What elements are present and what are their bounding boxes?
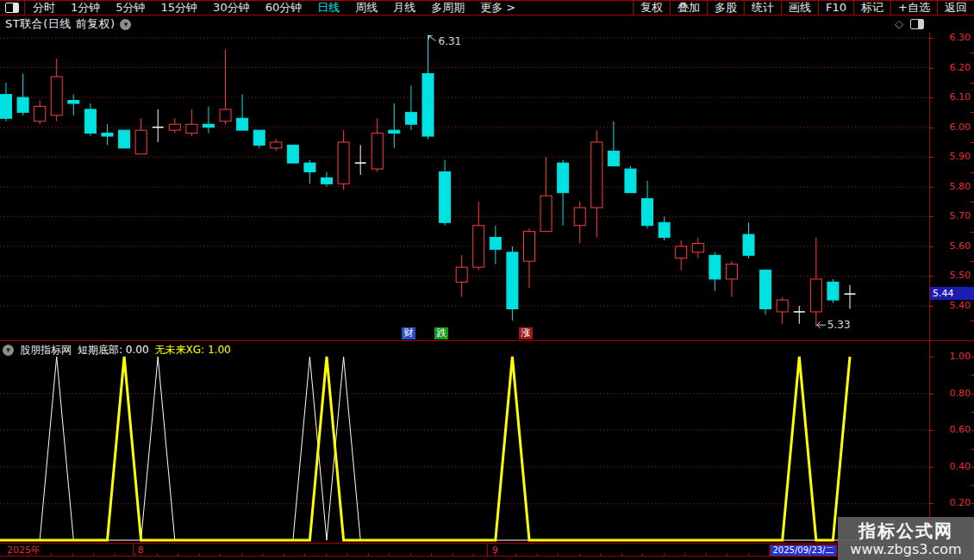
candle: [389, 103, 400, 148]
candle: [558, 160, 569, 226]
candle: [135, 118, 147, 153]
indicator-source-label: 股朋指标网: [20, 343, 72, 358]
axis-tick: [929, 503, 933, 504]
tool-menu-item[interactable]: 复权: [633, 1, 670, 15]
month-separator: [133, 544, 134, 556]
axis-tick: [971, 112, 974, 113]
period-menu-item[interactable]: 60分钟: [258, 1, 310, 15]
time-tick: [621, 553, 622, 556]
time-tick: [727, 553, 727, 556]
candle: [304, 160, 315, 184]
candle: [540, 157, 552, 231]
time-tick: [93, 553, 94, 556]
period-menu-item[interactable]: 30分钟: [205, 1, 258, 15]
tool-menu-item[interactable]: +自选: [890, 1, 937, 15]
time-tick: [431, 553, 432, 556]
price-gridlines: [0, 38, 929, 306]
candle: [405, 85, 416, 130]
candlestick-chart[interactable]: 6.315.33: [0, 33, 929, 340]
period-menu-item[interactable]: 5分钟: [108, 1, 153, 15]
period-menu-item[interactable]: 1分钟: [63, 1, 108, 15]
candle: [253, 130, 265, 148]
chart-title: ST联合(日线 前复权): [5, 16, 115, 32]
axis-tick: [929, 394, 933, 395]
candle: [422, 35, 434, 140]
watermark-title: 指标公式网: [858, 520, 953, 541]
axis-tick: [929, 216, 933, 217]
period-menu-item[interactable]: 日线: [309, 1, 347, 15]
tool-menu-item[interactable]: 多股: [707, 1, 744, 15]
time-tick: [558, 553, 559, 556]
tool-menu-item[interactable]: 画线: [781, 1, 818, 15]
candle: [709, 252, 721, 291]
time-tick: [664, 553, 665, 556]
tool-menu-item[interactable]: F10: [818, 1, 853, 15]
indicator-axis-label: 1.00: [933, 351, 971, 362]
candle: [203, 106, 214, 133]
axis-tick: [971, 83, 974, 84]
diamond-icon[interactable]: ◇: [895, 18, 903, 29]
panel-divider: [0, 340, 974, 341]
candle: [845, 285, 856, 309]
candle: [743, 222, 754, 258]
price-annotations: 6.315.33: [429, 35, 851, 332]
tool-menu: 复权叠加多股统计画线F10标记+自选返回: [633, 1, 974, 15]
axis-tick: [929, 187, 933, 188]
time-tick: [135, 553, 136, 556]
month-label: 8: [138, 544, 144, 556]
tool-menu-item[interactable]: 叠加: [670, 1, 707, 15]
candle: [523, 228, 534, 288]
time-tick: [30, 553, 31, 556]
price-axis-label: 6.10: [933, 91, 971, 103]
candle: [119, 130, 130, 148]
window-split-icon: [5, 3, 19, 13]
time-tick: [453, 553, 453, 556]
candle: [186, 109, 197, 136]
panel-layout-icon[interactable]: [910, 19, 924, 29]
candle: [1, 83, 12, 121]
time-axis[interactable]: 2025年 2025/09/23/二 89: [0, 543, 974, 557]
time-tick: [473, 553, 474, 556]
candle: [827, 279, 839, 303]
price-axis-label: 5.90: [933, 151, 971, 162]
axis-tick: [929, 38, 933, 39]
candle: [355, 145, 366, 175]
candle: [760, 271, 771, 315]
tool-menu-item[interactable]: 返回: [937, 1, 974, 15]
indicator-dropdown-icon[interactable]: ▾: [3, 345, 14, 356]
trading-terminal-window: 分时1分钟5分钟15分钟30分钟60分钟日线周线月线多周期更多 > 复权叠加多股…: [0, 0, 974, 560]
window-split-button[interactable]: [0, 1, 25, 15]
candle: [692, 238, 703, 258]
axis-tick: [929, 276, 933, 277]
bottom-strip: [0, 557, 974, 560]
indicator-axis-label: 0.20: [933, 497, 971, 508]
period-menu-item[interactable]: 分时: [25, 1, 63, 15]
axis-tick: [929, 97, 933, 98]
candle: [51, 59, 62, 121]
candle: [84, 103, 96, 136]
axis-tick: [929, 246, 933, 247]
time-tick: [178, 553, 178, 556]
candle: [507, 246, 518, 320]
time-tick: [72, 553, 73, 556]
chart-badge: 跌: [434, 327, 448, 339]
period-menu-item[interactable]: 更多 >: [472, 1, 523, 15]
tool-menu-item[interactable]: 统计: [744, 1, 781, 15]
title-dropdown-icon[interactable]: ▾: [120, 19, 131, 30]
period-menu-item[interactable]: 15分钟: [153, 1, 206, 15]
period-menu-item[interactable]: 多周期: [423, 1, 472, 15]
candle: [676, 240, 687, 271]
candle: [473, 202, 484, 270]
period-menu-item[interactable]: 月线: [385, 1, 423, 15]
candle: [591, 130, 603, 237]
axis-tick: [929, 68, 933, 69]
period-menu-item[interactable]: 周线: [347, 1, 385, 15]
month-separator: [487, 544, 488, 556]
tool-menu-item[interactable]: 标记: [853, 1, 890, 15]
candle: [777, 297, 788, 324]
date-tag: 2025/09/23/二: [770, 544, 837, 557]
indicator-axis-label: 0.40: [933, 461, 971, 472]
time-tick: [284, 553, 284, 556]
time-tick: [115, 553, 116, 556]
indicator-chart[interactable]: [0, 340, 929, 543]
